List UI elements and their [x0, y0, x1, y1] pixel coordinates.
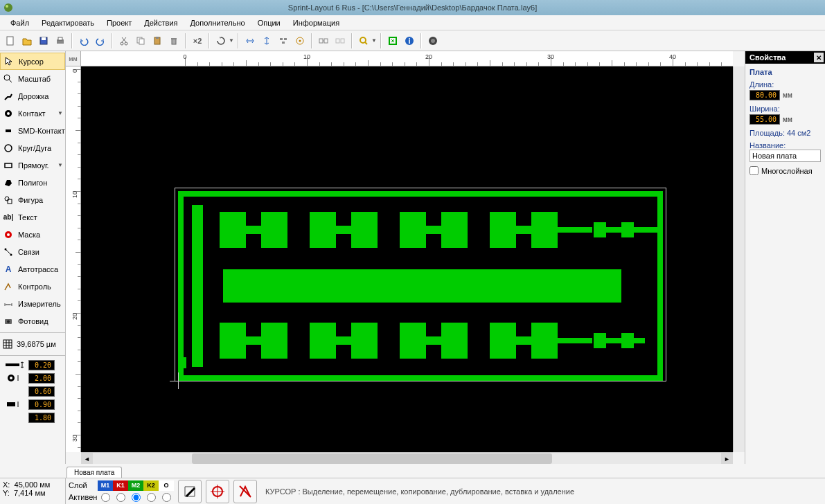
svg-text:i: i: [408, 37, 410, 45]
layer-m2[interactable]: M2: [128, 480, 143, 491]
layer-radio-k2[interactable]: [147, 493, 156, 502]
undo-button[interactable]: [76, 33, 91, 48]
photo-icon: [3, 316, 14, 327]
delete-button[interactable]: [166, 33, 181, 48]
track-icon: [3, 91, 14, 102]
layer-radio-m1[interactable]: [101, 493, 110, 502]
info-button[interactable]: i: [402, 33, 417, 48]
rotate-button[interactable]: [213, 33, 229, 48]
copy-button[interactable]: [133, 33, 148, 48]
tool-pad[interactable]: Контакт▼: [0, 105, 65, 122]
svg-rect-15: [280, 38, 283, 40]
open-button[interactable]: [19, 33, 35, 48]
layer-k2[interactable]: K2: [143, 480, 159, 491]
length-value[interactable]: 80.00: [749, 90, 780, 100]
tab-board[interactable]: Новая плата: [66, 467, 122, 478]
mirror-h-button[interactable]: [242, 33, 258, 48]
app-icon: [3, 2, 14, 13]
print-button[interactable]: [53, 33, 68, 48]
shape-icon: [3, 195, 14, 206]
snap-button[interactable]: [292, 33, 308, 48]
tool-rect[interactable]: Прямоуг.▼: [0, 156, 65, 174]
tool-circle[interactable]: Круг/Дуга: [0, 139, 65, 156]
layer-m1[interactable]: M1: [98, 480, 113, 491]
tool-autoroute[interactable]: AАвтотрасса: [0, 260, 65, 278]
tool-text[interactable]: ab|Текст: [0, 208, 65, 226]
cut-button[interactable]: [116, 33, 132, 48]
menu-edit[interactable]: Редактировать: [35, 17, 100, 29]
tool-cursor[interactable]: Курсор: [0, 53, 65, 70]
ground-button[interactable]: [178, 480, 202, 503]
ungroup-button[interactable]: [332, 33, 348, 48]
cursor-icon: [3, 56, 15, 67]
paste-button[interactable]: [150, 33, 165, 48]
menu-options[interactable]: Опции: [251, 17, 287, 29]
board-name-input[interactable]: [749, 150, 821, 162]
layer-radio-m2[interactable]: [132, 493, 141, 502]
trackwidth-icon: [3, 359, 26, 370]
dropdown-arrow-icon[interactable]: ▼: [229, 37, 234, 44]
svg-point-1: [6, 5, 8, 8]
layer-o[interactable]: O: [159, 480, 174, 491]
tool-polygon[interactable]: Полигон: [0, 174, 65, 191]
layer-radio-o[interactable]: [162, 493, 171, 502]
param-smdh[interactable]: 1.80: [0, 411, 65, 424]
width-value[interactable]: 55.00: [749, 114, 780, 125]
check-icon: [3, 281, 14, 292]
text-icon: ab|: [3, 212, 14, 223]
new-button[interactable]: [3, 33, 18, 48]
menu-file[interactable]: Файл: [4, 17, 35, 29]
mirror-v-button[interactable]: [259, 33, 274, 48]
tool-track[interactable]: Дорожка: [0, 87, 65, 105]
close-icon[interactable]: ✕: [814, 53, 824, 62]
polygon-icon: [3, 177, 14, 188]
layer-k1[interactable]: K1: [113, 480, 128, 491]
tool-zoom[interactable]: Масштаб: [0, 70, 65, 87]
menu-extra[interactable]: Дополнительно: [184, 17, 251, 29]
zoom-button[interactable]: [356, 33, 371, 48]
grid-icon: [3, 339, 12, 349]
canvas-area: мм 01020304050 0102030: [66, 51, 745, 464]
tool-shape[interactable]: Фигура: [0, 191, 65, 208]
svg-rect-12: [156, 37, 159, 39]
menu-info[interactable]: Информация: [287, 17, 346, 29]
ruler-unit: мм: [66, 51, 81, 66]
param-padout[interactable]: 2.00: [0, 372, 65, 384]
svg-point-8: [125, 42, 127, 45]
scrollbar-horizontal[interactable]: ◄ ►: [81, 452, 733, 464]
layer-radio-k1[interactable]: [116, 493, 125, 502]
menu-project[interactable]: Проект: [100, 17, 138, 29]
duplicate-button[interactable]: ×2: [190, 33, 205, 48]
group-button[interactable]: [316, 33, 331, 48]
param-smdw[interactable]: 0.90: [0, 398, 65, 411]
svg-point-36: [5, 197, 9, 201]
tool-mask[interactable]: Маска: [0, 226, 65, 243]
align-button[interactable]: [276, 33, 291, 48]
svg-point-47: [10, 377, 12, 379]
redo-button[interactable]: [93, 33, 108, 48]
origin-button[interactable]: [206, 480, 229, 503]
tool-photo[interactable]: Фотовид: [0, 312, 65, 330]
dropdown-arrow-icon[interactable]: ▼: [371, 37, 377, 44]
area-label: Площадь: 44 см2: [749, 129, 821, 137]
autoroute-icon: A: [3, 264, 14, 275]
connections-icon: [3, 246, 14, 258]
fit-button[interactable]: [385, 33, 400, 48]
drc-button[interactable]: [233, 480, 257, 503]
svg-rect-21: [324, 39, 328, 43]
param-trackwidth[interactable]: 0.20: [0, 359, 65, 371]
tool-connections[interactable]: Связи: [0, 243, 65, 260]
save-button[interactable]: [36, 33, 51, 48]
grid-setting[interactable]: 39,6875 µм: [0, 336, 65, 352]
coord-x: 45,000 мм: [15, 480, 51, 489]
tool-smd[interactable]: SMD-Контакт: [0, 122, 65, 139]
macro-button[interactable]: [425, 33, 441, 48]
menu-actions[interactable]: Действия: [138, 17, 184, 29]
pcb-canvas[interactable]: [81, 66, 733, 452]
multilayer-checkbox[interactable]: Многослойная: [749, 166, 821, 175]
tool-check[interactable]: Контроль: [0, 278, 65, 295]
rect-icon: [3, 160, 14, 171]
param-padin[interactable]: 0.60: [0, 385, 65, 397]
scrollbar-vertical[interactable]: [733, 66, 745, 452]
tool-measure[interactable]: Измеритель: [0, 295, 65, 312]
